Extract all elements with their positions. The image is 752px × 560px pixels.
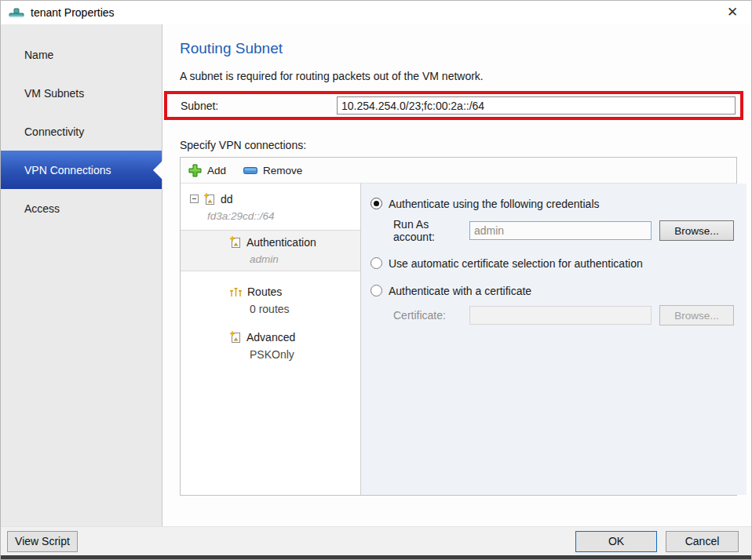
certificate-row: Certificate: Browse... <box>393 305 734 325</box>
close-icon[interactable]: ✕ <box>721 2 743 24</box>
run-as-label: Run As account: <box>393 218 469 243</box>
window-title: tenant Properties <box>31 6 115 19</box>
tree-root-subtitle: fd3a:29cd::/64 <box>190 208 360 224</box>
window-bottom-edge <box>1 555 751 559</box>
radio-credentials-row[interactable]: Authenticate using the following credent… <box>371 195 734 213</box>
vpn-toolbar: Add Remove <box>181 158 736 184</box>
radio-cert-label: Authenticate with a certificate <box>389 285 531 297</box>
sidebar-item-access[interactable]: Access <box>1 189 162 227</box>
vpn-connection-icon <box>203 193 216 205</box>
cancel-button[interactable]: Cancel <box>666 531 739 552</box>
subnet-label: Subnet: <box>181 100 337 112</box>
title-bar: tenant Properties ✕ <box>1 1 751 24</box>
tree-advanced-subtitle: PSKOnly <box>229 346 360 362</box>
tree-node-advanced[interactable]: Advanced PSKOnly <box>181 328 360 362</box>
specify-vpn-label: Specify VPN connections: <box>180 139 751 151</box>
radio-auto-cert[interactable] <box>371 257 382 269</box>
dialog-footer: View Script OK Cancel <box>1 526 751 555</box>
radio-cert-row[interactable]: Authenticate with a certificate <box>371 282 734 300</box>
add-button[interactable]: Add <box>188 164 226 177</box>
page-title: Routing Subnet <box>180 40 751 57</box>
run-as-account-input[interactable] <box>469 221 652 240</box>
authentication-detail-panel: Authenticate using the following credent… <box>361 184 747 495</box>
run-as-row: Run As account: Browse... <box>393 218 734 243</box>
run-as-browse-button[interactable]: Browse... <box>659 220 734 241</box>
subnet-input[interactable] <box>337 96 736 115</box>
radio-credentials[interactable] <box>371 198 382 209</box>
ok-button[interactable]: OK <box>575 531 657 552</box>
sidebar-item-vpn-connections[interactable]: VPN Connections <box>1 151 162 189</box>
content-area: Routing Subnet A subnet is required for … <box>162 24 751 526</box>
add-label: Add <box>207 165 226 176</box>
sidebar-nav: Name VM Subnets Connectivity VPN Connect… <box>1 24 162 526</box>
radio-auto-cert-label: Use automatic certificate selection for … <box>389 257 643 270</box>
tree-root-label: dd <box>221 193 233 205</box>
remove-label: Remove <box>263 165 302 176</box>
tree-node-root[interactable]: dd fd3a:29cd::/64 <box>181 190 360 224</box>
remove-minus-icon <box>243 167 257 174</box>
tree-routes-subtitle: 0 routes <box>229 300 360 317</box>
advanced-icon <box>229 331 242 344</box>
tenant-icon <box>9 6 24 19</box>
tree-node-authentication[interactable]: Authentication admin <box>181 230 360 271</box>
remove-button[interactable]: Remove <box>243 165 302 176</box>
certificate-label: Certificate: <box>393 309 469 322</box>
radio-cert[interactable] <box>371 285 382 296</box>
vpn-connections-tree: dd fd3a:29cd::/64 Auth <box>181 184 361 495</box>
tenant-properties-dialog: tenant Properties ✕ Name VM Subnets Conn… <box>0 0 752 560</box>
radio-auto-cert-row[interactable]: Use automatic certificate selection for … <box>371 254 734 272</box>
subnet-description: A subnet is required for routing packets… <box>180 70 751 82</box>
tree-node-routes[interactable]: Routes 0 routes <box>181 282 360 317</box>
annotation-highlight-box: Subnet: <box>164 91 743 120</box>
tree-advanced-label: Advanced <box>246 331 295 344</box>
tree-routes-label: Routes <box>247 285 282 298</box>
certificate-browse-button: Browse... <box>659 305 734 325</box>
authentication-icon <box>229 236 242 249</box>
certificate-input <box>469 306 652 325</box>
routes-icon <box>229 285 243 297</box>
view-script-button[interactable]: View Script <box>7 531 78 552</box>
sidebar-item-connectivity[interactable]: Connectivity <box>1 112 162 151</box>
add-plus-icon <box>188 164 202 177</box>
tree-authentication-label: Authentication <box>246 236 316 249</box>
sidebar-item-name[interactable]: Name <box>1 35 162 74</box>
sidebar-item-vm-subnets[interactable]: VM Subnets <box>1 74 162 112</box>
tree-authentication-subtitle: admin <box>229 251 360 267</box>
radio-credentials-label: Authenticate using the following credent… <box>389 198 600 210</box>
collapse-icon[interactable] <box>190 195 199 203</box>
vpn-connections-panel: Add Remove <box>180 157 737 496</box>
